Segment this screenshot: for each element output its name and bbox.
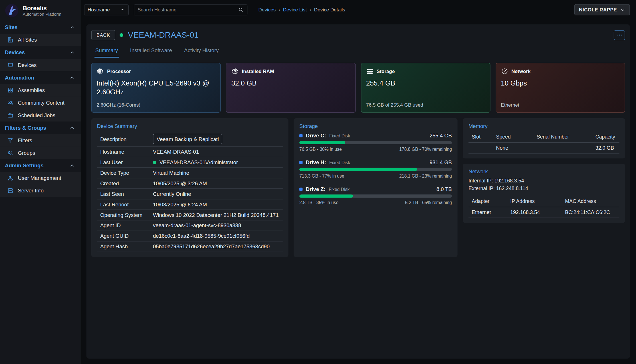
search-icon[interactable] — [238, 7, 244, 13]
chevron-up-icon — [69, 75, 75, 80]
description-input[interactable] — [153, 134, 222, 144]
more-actions-button[interactable] — [614, 30, 625, 40]
memory-capacity: 32.0 GB — [595, 145, 616, 151]
sidebar-item-filters[interactable]: Filters — [0, 134, 81, 147]
sidebar-item-user-management[interactable]: User Management — [0, 172, 81, 184]
content-area: Hostname Devices › Device List › Device … — [81, 0, 636, 364]
drive-remaining-text: 218.1 GB - 23% remaining — [399, 173, 452, 178]
chevron-up-icon — [69, 163, 75, 168]
column-header: MAC Address — [565, 198, 616, 204]
card-value: 255.4 GB — [366, 79, 484, 88]
drive-remaining-text: 178.8 GB - 70% remaining — [399, 147, 452, 152]
sidebar-item-label: Scheduled Jobs — [18, 112, 56, 118]
device-header: BACK VEEAM-DRAAS-01 — [91, 30, 625, 41]
sidebar-item-scheduled-jobs[interactable]: Scheduled Jobs — [0, 109, 81, 121]
sidebar-section-devices[interactable]: Devices — [0, 46, 81, 59]
card-footer: Ethernet — [501, 102, 620, 108]
sidebar-section-filters-groups[interactable]: Filters & Groups — [0, 121, 81, 134]
community-icon — [7, 100, 13, 106]
assemblies-icon — [7, 87, 13, 93]
field-label: Last Seen — [100, 191, 153, 197]
sidebar-item-devices[interactable]: Devices — [0, 59, 81, 71]
adapter-mac: BC:24:11:CA:C6:2C — [565, 210, 616, 215]
field-value: VEEAM-DRAAS-01\Administrator — [159, 159, 238, 165]
drive-usage-fill — [299, 168, 417, 171]
sidebar-item-label: All Sites — [18, 37, 37, 43]
summary-row-agent-guid: Agent GUID de16c0c1-8aa2-4d18-9585-9ce91… — [97, 231, 283, 241]
user-menu-button[interactable]: NICOLE RAPPE — [574, 4, 630, 15]
sidebar-section-admin-settings[interactable]: Admin Settings — [0, 159, 81, 172]
sidebar-item-label: Groups — [18, 150, 35, 156]
summary-row-agent-hash: Agent Hash 05ba0e7935171d626ecea29b27d7a… — [97, 241, 283, 252]
storage-card: Storage 255.4 GB 76.5 GB of 255.4 GB use… — [361, 63, 490, 113]
sidebar-item-all-sites[interactable]: All Sites — [0, 34, 81, 46]
column-header: IP Address — [510, 198, 565, 204]
card-title: Network — [511, 68, 530, 74]
drive-z-block: Drive Z: Fixed Disk 8.0 TB 2.8 TB - 35% … — [299, 185, 452, 205]
breadcrumb-separator: › — [278, 7, 280, 13]
tab-installed-software[interactable]: Installed Software — [129, 45, 173, 58]
drive-type: Fixed Disk — [329, 187, 350, 192]
column-header: Speed — [496, 134, 537, 140]
sidebar-item-label: Community Content — [18, 100, 64, 106]
sidebar-item-assemblies[interactable]: Assemblies — [0, 84, 81, 96]
column-header: Adapter — [472, 198, 510, 204]
installed-ram-card: Installed RAM 32.0 GB — [226, 63, 356, 113]
drive-used-text: 2.8 TB - 35% in use — [299, 200, 338, 205]
summary-row-last-seen: Last Seen Currently Online — [97, 189, 283, 199]
tab-activity-history[interactable]: Activity History — [183, 45, 220, 58]
field-value: Virtual Machine — [153, 170, 280, 176]
breadcrumb-device-list[interactable]: Device List — [283, 7, 307, 13]
dropdown-value: Hostname — [88, 7, 110, 13]
device-summary-panel: Device Summary Description Hostname VEEA… — [91, 118, 288, 257]
groups-icon — [7, 150, 13, 156]
drive-type: Fixed Disk — [329, 160, 350, 165]
sidebar-item-label: Server Info — [18, 188, 44, 194]
drive-icon — [299, 187, 302, 190]
sidebar-item-community-content[interactable]: Community Content — [0, 96, 81, 109]
field-label: Agent Hash — [100, 243, 153, 249]
sidebar-item-groups[interactable]: Groups — [0, 147, 81, 159]
device-name: VEEAM-DRAAS-01 — [128, 30, 199, 40]
drive-usage-bar — [299, 194, 452, 198]
field-label: Last Reboot — [100, 202, 153, 208]
adapter-ip: 192.168.3.54 — [510, 210, 565, 215]
memory-speed: None — [496, 145, 537, 151]
summary-row-operating-system: Operating System Windows 10 2022 Datacen… — [97, 210, 283, 220]
breadcrumb-separator: › — [310, 7, 311, 13]
ram-icon — [231, 68, 239, 75]
section-label: Filters & Groups — [5, 125, 46, 131]
external-ip: External IP: 162.248.8.114 — [469, 185, 619, 193]
panel-title: Network — [469, 168, 619, 174]
memory-panel: Memory Slot Speed Serial Number Capacity… — [463, 118, 625, 158]
tab-bar: Summary Installed Software Activity Hist… — [94, 45, 625, 58]
breadcrumb-devices[interactable]: Devices — [259, 7, 276, 13]
sidebar-section-sites[interactable]: Sites — [0, 21, 81, 34]
tab-summary[interactable]: Summary — [94, 45, 119, 58]
sidebar-item-server-info[interactable]: Server Info — [0, 184, 81, 197]
card-title: Storage — [377, 68, 395, 74]
field-value: de16c0c1-8aa2-4d18-9585-9ce91cf056fd — [153, 233, 280, 239]
field-label: Device Type — [100, 170, 153, 176]
drive-usage-fill — [299, 141, 345, 144]
caret-down-icon — [120, 7, 125, 12]
chevron-up-icon — [69, 25, 75, 30]
borealis-logo — [4, 3, 19, 18]
drive-name: Drive Z: — [306, 186, 326, 192]
field-value: Windows 10 2022 Datacenter 21H2 Build 20… — [153, 212, 280, 218]
field-label: Agent GUID — [100, 233, 153, 239]
summary-row-last-reboot: Last Reboot 10/03/2025 @ 6:24 AM — [97, 199, 283, 210]
adapter-name: Ethernet — [472, 210, 510, 215]
device-details-panel: BACK VEEAM-DRAAS-01 Summary Installed So… — [86, 24, 630, 359]
card-title: Processor — [107, 68, 131, 74]
sidebar-item-label: Assemblies — [18, 87, 45, 93]
drive-usage-fill — [299, 194, 353, 198]
back-button[interactable]: BACK — [91, 30, 115, 40]
search-input[interactable] — [138, 7, 238, 13]
summary-row-created: Created 10/05/2025 @ 3:26 AM — [97, 178, 283, 189]
memory-table-row: None 32.0 GB — [469, 143, 619, 153]
breadcrumb-device-details: Device Details — [314, 7, 345, 13]
hostname-filter-dropdown[interactable]: Hostname — [84, 4, 128, 15]
sidebar-section-automation[interactable]: Automation — [0, 71, 81, 84]
brand-subtitle: Automation Platform — [23, 12, 61, 17]
